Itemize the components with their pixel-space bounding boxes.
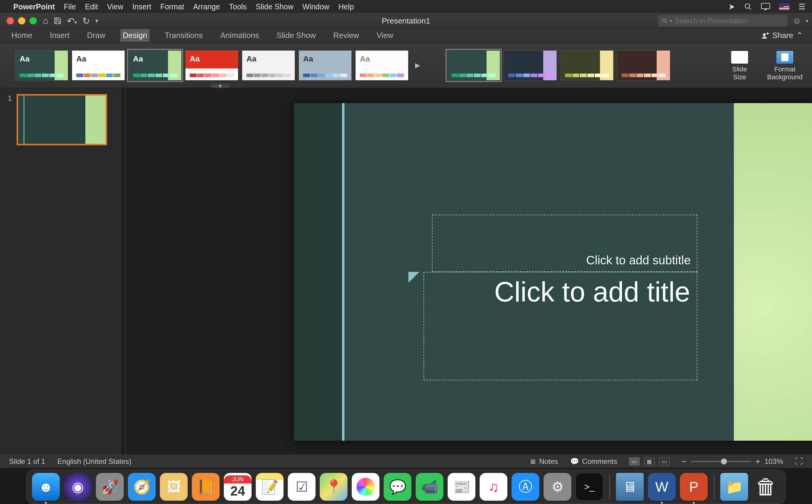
menu-insert[interactable]: Insert: [132, 2, 151, 11]
share-button[interactable]: Share ⌃: [762, 31, 803, 40]
reading-view-icon[interactable]: ▭: [659, 458, 670, 465]
zoom-slider-thumb[interactable]: [721, 458, 727, 465]
dock-desktop-icon[interactable]: 🖥: [616, 473, 644, 501]
spotlight-icon[interactable]: [744, 3, 752, 11]
slide-thumbnails-panel[interactable]: 1: [0, 88, 121, 455]
dock-sysprefs-icon[interactable]: ⚙: [544, 473, 571, 501]
theme-current[interactable]: Aa: [15, 50, 68, 80]
slide-canvas-area[interactable]: Click to add subtitle Click to add title: [121, 88, 812, 455]
slide-thumbnail-1[interactable]: 1: [8, 94, 112, 145]
ribbon-collapse-icon[interactable]: ⌃: [796, 31, 803, 40]
slide-mini-preview[interactable]: [17, 94, 107, 145]
home-icon[interactable]: ⌂: [43, 16, 48, 26]
sorter-view-icon[interactable]: ▦: [644, 458, 655, 465]
save-icon[interactable]: [54, 17, 62, 25]
variant-3[interactable]: [561, 50, 614, 80]
undo-icon[interactable]: ↶▾: [67, 16, 77, 26]
redo-icon[interactable]: ↻: [82, 16, 90, 26]
qat-customize-icon[interactable]: ▾: [95, 17, 98, 24]
dock-terminal-icon[interactable]: >_: [576, 473, 603, 501]
dock-siri-icon[interactable]: ◉: [64, 473, 92, 501]
dock-trash-icon[interactable]: 🗑: [752, 473, 780, 501]
close-window-button[interactable]: [7, 17, 14, 24]
feedback-icon[interactable]: ☺: [792, 16, 801, 26]
dock-calendar-icon[interactable]: JUN24: [224, 473, 251, 501]
variant-4[interactable]: [617, 50, 670, 80]
pointer-icon[interactable]: ➤: [728, 2, 735, 11]
tab-transitions[interactable]: Transitions: [162, 29, 205, 42]
menu-format[interactable]: Format: [160, 2, 184, 11]
tab-design[interactable]: Design: [120, 29, 150, 42]
subtitle-placeholder[interactable]: Click to add subtitle: [432, 215, 697, 272]
tab-home[interactable]: Home: [9, 29, 35, 42]
menu-slideshow[interactable]: Slide Show: [256, 2, 293, 11]
menu-help[interactable]: Help: [338, 2, 354, 11]
input-source-flag-icon[interactable]: [779, 3, 789, 10]
search-in-presentation[interactable]: ▾: [658, 15, 788, 27]
menu-window[interactable]: Window: [302, 2, 329, 11]
dock-photos-icon[interactable]: [352, 473, 379, 501]
theme-blue[interactable]: Aa: [298, 50, 352, 80]
notes-icon: ≣: [530, 457, 536, 466]
zoom-percent[interactable]: 103%: [765, 457, 783, 466]
zoom-slider[interactable]: [691, 461, 751, 462]
screen-mirroring-icon[interactable]: [761, 3, 770, 10]
theme-light[interactable]: Aa: [355, 50, 409, 80]
dock-word-icon[interactable]: W: [648, 473, 676, 501]
comments-button[interactable]: 💬Comments: [570, 457, 617, 466]
dock-music-icon[interactable]: ♫: [480, 473, 507, 501]
dock-facetime-icon[interactable]: 📹: [416, 473, 444, 501]
dock-launchpad-icon[interactable]: 🚀: [96, 473, 124, 501]
theme-selected[interactable]: Aa: [128, 50, 182, 80]
notes-button[interactable]: ≣Notes: [530, 457, 558, 466]
themes-dropdown-handle[interactable]: ▼: [211, 84, 229, 88]
format-background-button[interactable]: Format Background: [767, 51, 803, 81]
control-center-icon[interactable]: ☰: [798, 2, 805, 11]
tab-view[interactable]: View: [374, 29, 396, 42]
title-placeholder[interactable]: Click to add title: [424, 272, 697, 380]
dock-finder-icon[interactable]: ☻: [32, 473, 60, 501]
zoom-out-icon[interactable]: −: [682, 457, 687, 466]
themes-more-icon[interactable]: ▶: [412, 61, 422, 69]
search-dropdown-icon[interactable]: ▾: [670, 18, 672, 23]
variant-1[interactable]: [447, 50, 500, 80]
tab-insert[interactable]: Insert: [47, 29, 72, 42]
slide-count[interactable]: Slide 1 of 1: [9, 457, 45, 466]
dock-safari-icon[interactable]: 🧭: [128, 473, 156, 501]
dock-books-icon[interactable]: 📙: [192, 473, 219, 501]
theme-office[interactable]: Aa: [72, 50, 125, 80]
dock-appstore-icon[interactable]: Ⓐ: [512, 473, 539, 501]
zoom-window-button[interactable]: [30, 17, 37, 24]
tab-animations[interactable]: Animations: [218, 29, 261, 42]
dock-downloads-icon[interactable]: 📁: [720, 473, 748, 501]
dock-reminders-icon[interactable]: ☑: [288, 473, 315, 501]
slide-size-button[interactable]: Slide Size: [722, 51, 758, 81]
menu-tools[interactable]: Tools: [229, 2, 246, 11]
theme-red[interactable]: Aa: [185, 50, 238, 80]
normal-view-icon[interactable]: ▭: [629, 458, 640, 465]
dock-notes-icon[interactable]: 📝: [256, 473, 283, 501]
dock-powerpoint-icon[interactable]: P: [680, 473, 708, 501]
dock-news-icon[interactable]: 📰: [448, 473, 476, 501]
slide-decor-accent-line: [342, 103, 344, 441]
feedback-dropdown-icon[interactable]: ▾: [806, 18, 808, 24]
fit-to-window-icon[interactable]: ⛶: [795, 457, 803, 466]
menu-edit[interactable]: Edit: [85, 2, 98, 11]
dock-messages-icon[interactable]: 💬: [384, 473, 412, 501]
minimize-window-button[interactable]: [18, 17, 25, 24]
zoom-in-icon[interactable]: +: [755, 457, 760, 466]
search-input[interactable]: [675, 17, 784, 25]
dock-preview-icon[interactable]: 🖼: [160, 473, 188, 501]
dock-maps-icon[interactable]: 📍: [320, 473, 347, 501]
slide[interactable]: Click to add subtitle Click to add title: [294, 103, 812, 441]
tab-draw[interactable]: Draw: [84, 29, 108, 42]
menu-view[interactable]: View: [107, 2, 123, 11]
tab-slideshow[interactable]: Slide Show: [274, 29, 318, 42]
app-menu[interactable]: PowerPoint: [13, 2, 55, 11]
tab-review[interactable]: Review: [331, 29, 361, 42]
menu-file[interactable]: File: [64, 2, 76, 11]
menu-arrange[interactable]: Arrange: [193, 2, 220, 11]
language-status[interactable]: English (United States): [57, 457, 131, 466]
theme-gray[interactable]: Aa: [242, 50, 295, 80]
variant-2[interactable]: [504, 50, 557, 80]
